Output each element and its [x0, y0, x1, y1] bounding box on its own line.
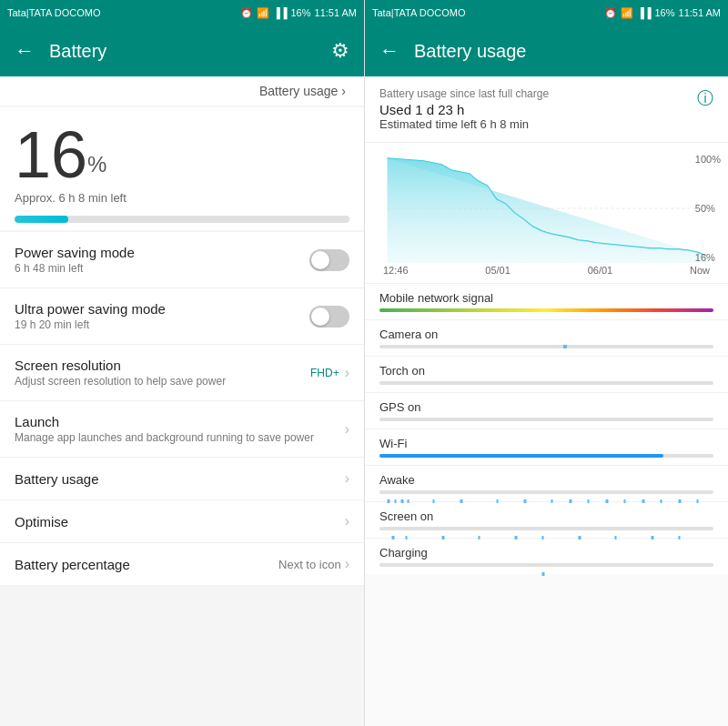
battery-chart: 100% 50% 16% 12:46 0: [365, 143, 728, 283]
wifi-label: Wi-Fi: [379, 437, 713, 450]
screen-on-bar: [379, 527, 713, 530]
network-bar-fill: [379, 308, 713, 312]
left-status-bar: Tata|TATA DOCOMO ⏰ 📶 ▐▐ 16% 11:51 AM: [0, 0, 364, 25]
svg-rect-15: [661, 499, 662, 503]
battery-number: 16: [15, 118, 87, 191]
ultra-power-saving-title: Ultra power saving mode: [15, 301, 309, 317]
svg-rect-5: [433, 499, 435, 503]
gps-item: GPS on: [365, 392, 728, 429]
svg-rect-11: [588, 499, 590, 503]
battery-usage-link[interactable]: Battery usage ›: [0, 76, 364, 106]
svg-rect-21: [479, 536, 480, 539]
right-content: Battery usage since last full charge Use…: [365, 76, 728, 726]
screen-resolution-title: Screen resolution: [15, 358, 310, 373]
launch-item[interactable]: Launch Manage app launches and backgroun…: [0, 401, 364, 458]
power-saving-toggle[interactable]: [309, 249, 349, 271]
screen-resolution-sub: Adjust screen resolution to help save po…: [15, 375, 310, 388]
svg-rect-25: [615, 536, 617, 539]
battery-percentage-section[interactable]: Battery percentage Next to icon ›: [0, 543, 364, 586]
left-alarm-icon: ⏰: [240, 7, 253, 19]
chart-time-0501: 05/01: [485, 265, 511, 276]
svg-rect-18: [392, 536, 395, 539]
camera-bar: [379, 345, 713, 348]
usage-estimated-text: Estimated time left 6 h 8 min: [379, 117, 549, 131]
left-wifi-icon: 📶: [257, 7, 269, 19]
screen-on-item: Screen on: [365, 501, 728, 538]
camera-item: Camera on: [365, 319, 728, 356]
left-back-button[interactable]: ←: [15, 39, 35, 63]
right-status-bar: Tata|TATA DOCOMO ⏰ 📶 ▐▐ 16% 11:51 AM: [365, 0, 728, 25]
ultra-power-saving-left: Ultra power saving mode 19 h 20 min left: [15, 301, 309, 331]
chart-label-50: 50%: [695, 203, 721, 214]
battery-percentage-value: Next to icon: [278, 558, 341, 571]
battery-usage-link-label: Battery usage: [259, 84, 338, 98]
right-back-button[interactable]: ←: [379, 39, 399, 63]
chart-label-100: 100%: [695, 154, 721, 165]
svg-rect-27: [679, 536, 681, 539]
svg-rect-14: [642, 499, 645, 503]
charging-item: Charging: [365, 538, 728, 574]
chart-time-labels: 12:46 05/01 06/01 Now: [379, 263, 713, 283]
torch-label: Torch on: [379, 364, 713, 378]
optimise-arrow: ›: [345, 513, 349, 529]
screen-resolution-right: FHD+ ›: [310, 365, 349, 381]
battery-percent-symbol: %: [87, 152, 106, 176]
camera-label: Camera on: [379, 328, 713, 341]
awake-item: Awake: [365, 465, 728, 501]
left-status-left: Tata|TATA DOCOMO: [7, 7, 100, 18]
right-status-right: ⏰ 📶 ▐▐ 16% 11:51 AM: [604, 7, 721, 19]
right-status-left: Tata|TATA DOCOMO: [372, 7, 465, 18]
battery-usage-section-title: Battery usage: [15, 471, 99, 487]
svg-rect-4: [408, 499, 410, 503]
torch-bar: [379, 381, 713, 385]
left-status-right: ⏰ 📶 ▐▐ 16% 11:51 AM: [240, 7, 357, 19]
gps-label: GPS on: [379, 400, 713, 414]
usage-since-text: Battery usage since last full charge: [379, 87, 549, 100]
svg-rect-23: [542, 536, 544, 539]
svg-rect-28: [542, 572, 545, 576]
left-settings-button[interactable]: ⚙: [331, 39, 349, 63]
awake-ticks-svg: [379, 499, 713, 503]
torch-item: Torch on: [365, 356, 728, 392]
right-signal-icon: ▐▐: [637, 7, 652, 18]
svg-rect-3: [401, 499, 404, 503]
svg-rect-22: [515, 536, 518, 539]
svg-rect-24: [579, 536, 581, 539]
battery-usage-section[interactable]: Battery usage ›: [0, 458, 364, 500]
wifi-bar: [379, 454, 713, 458]
chart-label-16: 16%: [695, 252, 721, 263]
battery-percentage-right: Next to icon ›: [278, 556, 349, 572]
right-battery-text: 16%: [654, 7, 674, 18]
battery-bar-container: [15, 216, 349, 223]
usage-info-section: Battery usage since last full charge Use…: [365, 76, 728, 143]
svg-rect-13: [624, 499, 626, 503]
usage-text-block: Battery usage since last full charge Use…: [379, 87, 549, 131]
screen-resolution-item[interactable]: Screen resolution Adjust screen resoluti…: [0, 345, 364, 401]
svg-rect-12: [606, 499, 609, 503]
chart-time-now: Now: [690, 265, 710, 276]
svg-rect-1: [388, 499, 390, 503]
optimise-section[interactable]: Optimise ›: [0, 500, 364, 543]
power-saving-title: Power saving mode: [15, 245, 309, 260]
right-header: ← Battery usage: [365, 25, 728, 76]
left-battery-text: 16%: [290, 7, 310, 18]
battery-percentage-arrow: ›: [345, 556, 349, 572]
chart-labels-right: 100% 50% 16%: [695, 154, 721, 263]
left-panel: Tata|TATA DOCOMO ⏰ 📶 ▐▐ 16% 11:51 AM ← B…: [0, 0, 364, 726]
chart-time-1246: 12:46: [383, 265, 409, 276]
svg-rect-7: [497, 499, 499, 503]
mobile-network-label: Mobile network signal: [379, 291, 713, 305]
ultra-power-saving-sub: 19 h 20 min left: [15, 318, 309, 331]
charging-label: Charging: [379, 546, 713, 560]
launch-left: Launch Manage app launches and backgroun…: [15, 414, 345, 444]
svg-rect-20: [442, 536, 445, 539]
svg-rect-9: [551, 499, 553, 503]
info-icon[interactable]: ⓘ: [697, 87, 713, 109]
charging-ticks-svg: [379, 572, 713, 576]
battery-level-display: 16%: [15, 122, 349, 187]
launch-sub: Manage app launches and background runni…: [15, 431, 345, 444]
right-page-title: Battery usage: [414, 41, 713, 62]
ultra-power-saving-toggle[interactable]: [309, 306, 349, 328]
launch-title: Launch: [15, 414, 345, 429]
screen-resolution-arrow: ›: [345, 365, 349, 381]
